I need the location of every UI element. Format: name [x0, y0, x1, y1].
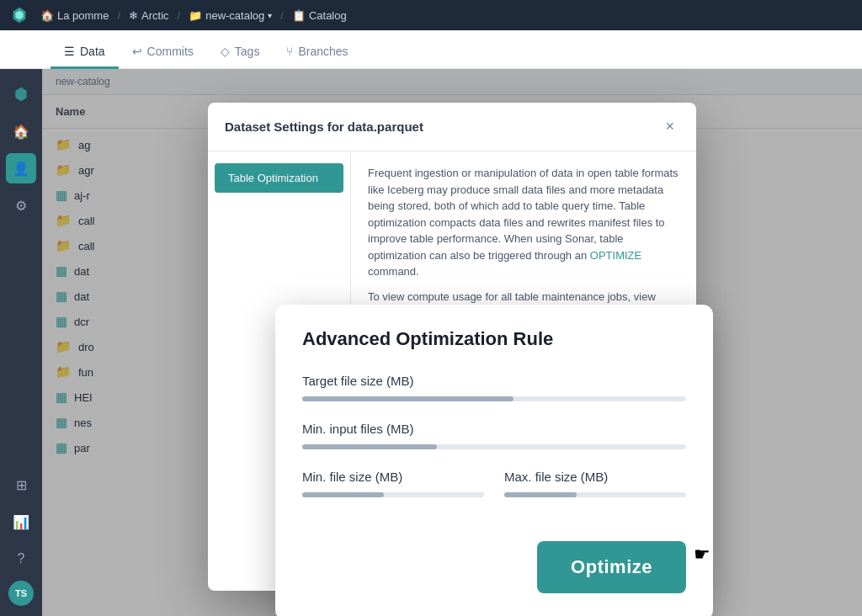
max-file-size-slider[interactable] — [504, 492, 686, 497]
commits-tab-icon: ↩ — [132, 45, 142, 58]
tab-branches[interactable]: ⑂ Branches — [273, 36, 361, 69]
content-area: new-catalog Name 📁ag 📁agr ▦aj-r 📁call 📁c… — [42, 69, 862, 616]
modal-header: Dataset Settings for data.parquet × — [208, 103, 696, 151]
close-button[interactable]: × — [660, 116, 679, 137]
modal-overlay: Dataset Settings for data.parquet × Tabl… — [42, 69, 862, 616]
description-text: Frequent ingestion or manipulation of da… — [368, 165, 679, 280]
max-file-size-col: Max. file size (MB) — [504, 470, 686, 518]
app-logo — [10, 6, 29, 24]
main-layout: 🏠 👤 ⚙ ⊞ 📊 ? TS new-catalog Name 📁ag 📁agr… — [0, 69, 862, 616]
target-file-size-slider[interactable] — [302, 396, 686, 401]
min-file-size-col: Min. file size (MB) — [302, 470, 484, 518]
tags-tab-icon: ◇ — [221, 45, 230, 58]
breadcrumb-lapomme[interactable]: 🏠 La pomme — [40, 9, 109, 22]
max-file-size-field-label: Max. file size (MB) — [504, 470, 686, 484]
top-bar: 🏠 La pomme / ❄ Arctic / 📁 new-catalog ▾ … — [0, 0, 862, 30]
tab-tags[interactable]: ◇ Tags — [207, 36, 274, 69]
sidebar-icon-user[interactable]: 👤 — [6, 153, 36, 183]
min-input-files-slider[interactable] — [302, 444, 686, 449]
optimize-button[interactable]: Optimize — [537, 541, 686, 593]
data-tab-icon: ☰ — [64, 45, 75, 58]
sidebar-icon-logo[interactable] — [6, 79, 36, 109]
svg-marker-2 — [15, 88, 26, 102]
sidebar-icon-home[interactable]: 🏠 — [6, 116, 36, 146]
tab-data[interactable]: ☰ Data — [51, 36, 119, 69]
optimize-link[interactable]: OPTIMIZE — [590, 249, 641, 262]
adv-bottom-row: Min. file size (MB) Max. file size (MB) — [302, 470, 686, 518]
sidebar: 🏠 👤 ⚙ ⊞ 📊 ? TS — [0, 69, 42, 616]
nav-tabs: ☰ Data ↩ Commits ◇ Tags ⑂ Branches — [0, 30, 862, 69]
breadcrumb-catalog-name[interactable]: 📁 new-catalog ▾ — [189, 9, 272, 22]
advanced-optimization-card: Advanced Optimization Rule Target file s… — [275, 305, 713, 616]
dataset-settings-modal: Dataset Settings for data.parquet × Tabl… — [208, 103, 696, 591]
tab-commits[interactable]: ↩ Commits — [119, 36, 207, 69]
target-file-size-field-label: Target file size (MB) — [302, 374, 686, 388]
sidebar-icon-chart[interactable]: 📊 — [6, 507, 36, 537]
sidebar-bottom: ⊞ 📊 ? TS — [6, 470, 36, 606]
sidebar-icon-help[interactable]: ? — [6, 544, 36, 574]
min-file-size-field-label: Min. file size (MB) — [302, 470, 484, 484]
min-input-files-field-label: Min. input files (MB) — [302, 422, 686, 436]
sidebar-icon-grid[interactable]: ⊞ — [6, 470, 36, 500]
user-avatar[interactable]: TS — [8, 581, 34, 606]
modal-title: Dataset Settings for data.parquet — [225, 119, 423, 134]
breadcrumb-dropdown-icon: ▾ — [268, 11, 272, 20]
sidebar-icon-settings[interactable]: ⚙ — [6, 190, 36, 220]
min-file-size-slider[interactable] — [302, 492, 484, 497]
breadcrumb-arctic[interactable]: ❄ Arctic — [129, 9, 169, 22]
sidebar-item-table-optimization[interactable]: Table Optimization — [215, 163, 343, 193]
breadcrumb-catalog[interactable]: 📋 Catalog — [292, 9, 347, 22]
adv-card-title: Advanced Optimization Rule — [302, 328, 686, 350]
branches-tab-icon: ⑂ — [286, 45, 293, 58]
